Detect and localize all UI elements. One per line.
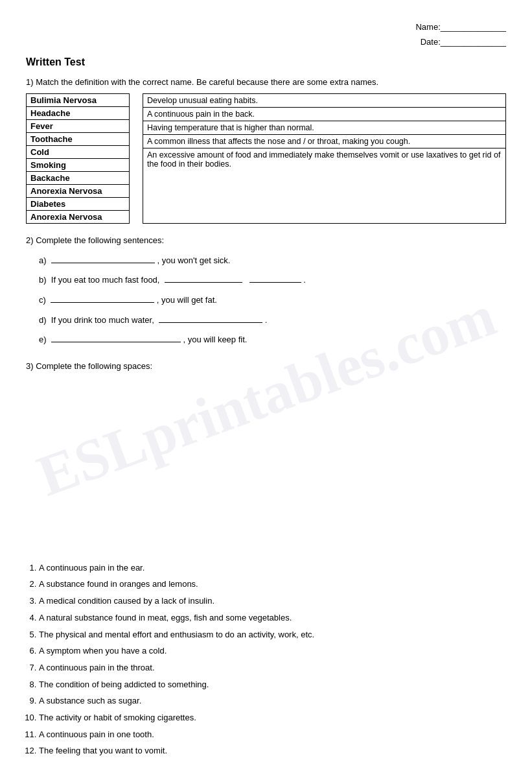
crossword-cell xyxy=(174,406,188,420)
crossword-cell xyxy=(174,492,188,506)
crossword-cell xyxy=(288,449,302,463)
crossword-cell xyxy=(288,506,302,520)
term-item: Bulimia Nervosa xyxy=(27,94,129,107)
crossword-cell xyxy=(216,534,231,549)
blank-a1 xyxy=(51,254,155,263)
crossword-cell xyxy=(345,392,359,406)
letter-c: c) xyxy=(39,295,48,305)
clue-item: A continuous pain in the throat. xyxy=(39,660,506,676)
crossword-cell xyxy=(245,434,259,449)
sentence-a: a) , you won't get sick. xyxy=(39,252,506,270)
crossword-cell xyxy=(245,520,259,534)
crossword-cell xyxy=(316,534,330,549)
crossword-cell xyxy=(345,449,359,463)
crossword-cell xyxy=(216,463,231,477)
clue-list: A continuous pain in the ear.A substance… xyxy=(39,560,506,758)
crossword-cell xyxy=(288,534,302,549)
crossword-cell xyxy=(216,392,231,406)
crossword-cell xyxy=(273,506,288,520)
text-d1: If you drink too much water, xyxy=(51,315,157,325)
crossword-cell xyxy=(316,492,330,506)
crossword-cell xyxy=(174,392,188,406)
crossword-cell xyxy=(288,492,302,506)
term-item: Fever xyxy=(27,120,129,133)
crossword-cell xyxy=(174,434,188,449)
crossword-cell xyxy=(273,463,288,477)
crossword-cell xyxy=(273,392,288,406)
crossword-cell xyxy=(231,392,245,406)
crossword-cell xyxy=(231,420,245,434)
text-d2: . xyxy=(265,315,268,325)
blank-b2 xyxy=(249,274,301,283)
crossword-cell xyxy=(330,463,345,477)
blank-d1 xyxy=(159,314,262,323)
text-b1: If you eat too much fast food, xyxy=(51,275,162,285)
crossword-cell xyxy=(202,434,216,449)
term-item: Anorexia Nervosa xyxy=(27,211,129,223)
crossword-cell xyxy=(231,506,245,520)
crossword-cell: T xyxy=(259,406,273,420)
term-item: Diabetes xyxy=(27,198,129,211)
crossword-cell xyxy=(345,377,359,392)
crossword-cell xyxy=(302,406,316,420)
crossword-cell xyxy=(273,492,288,506)
crossword-cell xyxy=(202,377,216,392)
crossword-cell xyxy=(174,534,188,549)
crossword-cell xyxy=(345,434,359,449)
clue-item: The condition of being addicted to somet… xyxy=(39,677,506,693)
clue-item: A substance found in oranges and lemons. xyxy=(39,576,506,593)
crossword-cell xyxy=(316,434,330,449)
crossword-cell xyxy=(316,506,330,520)
crossword-cell xyxy=(316,477,330,492)
letter-a: a) xyxy=(39,255,49,265)
crossword-cell xyxy=(216,434,231,449)
crossword-cell xyxy=(273,477,288,492)
crossword-cell xyxy=(202,392,216,406)
blank-e1 xyxy=(51,333,181,342)
crossword-area: EATINGHABITS xyxy=(26,377,506,549)
crossword-cell: A xyxy=(259,477,273,492)
crossword-cell xyxy=(288,420,302,434)
crossword-cell xyxy=(188,406,202,420)
text-a: , you won't get sick. xyxy=(157,255,230,265)
crossword-cell xyxy=(202,477,216,492)
crossword-cell xyxy=(288,392,302,406)
crossword-cell xyxy=(216,449,231,463)
crossword-cell xyxy=(330,449,345,463)
crossword-cell xyxy=(345,492,359,506)
crossword-cell xyxy=(316,392,330,406)
sentence-e: e) , you will keep fit. xyxy=(39,331,506,349)
sentence-b: b) If you eat too much fast food, . xyxy=(39,271,506,290)
crossword-cell xyxy=(330,520,345,534)
crossword-cell: E xyxy=(259,377,273,392)
crossword-cell xyxy=(316,449,330,463)
term-item: Backache xyxy=(27,172,129,185)
term-item: Anorexia Nervosa xyxy=(27,185,129,198)
clue-item: A medical condition caused by a lack of … xyxy=(39,593,506,610)
crossword-cell xyxy=(345,420,359,434)
crossword-cell xyxy=(231,449,245,463)
crossword-cell xyxy=(288,406,302,420)
letter-d: d) xyxy=(39,315,49,325)
clue-item: A substance such as sugar. xyxy=(39,693,506,709)
crossword-cell xyxy=(316,377,330,392)
crossword-cell xyxy=(202,463,216,477)
crossword-cell xyxy=(174,449,188,463)
text-c: , you will get fat. xyxy=(157,295,217,305)
clue-item: A continuous pain in the ear. xyxy=(39,560,506,576)
section1: 1) Match the definition with the correct… xyxy=(26,77,506,224)
crossword-cell xyxy=(231,492,245,506)
crossword-cell xyxy=(231,406,245,420)
crossword-cell xyxy=(216,477,231,492)
sentence-c: c) , you will get fat. xyxy=(39,291,506,310)
crossword-cell xyxy=(273,434,288,449)
crossword-cell xyxy=(216,406,231,420)
crossword-cell: A xyxy=(259,392,273,406)
crossword-cell xyxy=(245,477,259,492)
text-b3: . xyxy=(303,275,306,285)
crossword-cell xyxy=(188,420,202,434)
clue-item: A symptom when you have a cold. xyxy=(39,643,506,659)
crossword-cell xyxy=(231,463,245,477)
crossword-cell xyxy=(188,377,202,392)
crossword-cell xyxy=(288,377,302,392)
